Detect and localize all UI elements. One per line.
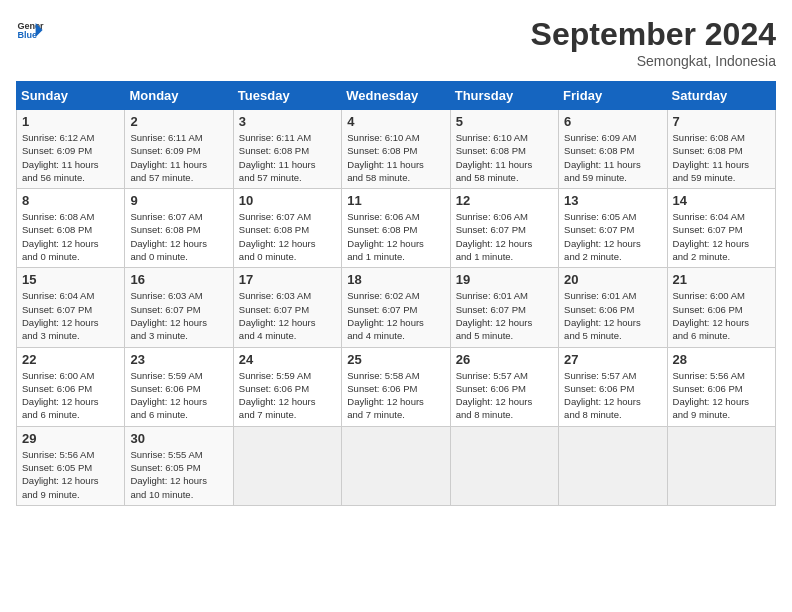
day-info: Sunrise: 6:01 AMSunset: 6:06 PMDaylight:… bbox=[564, 289, 661, 342]
day-number: 6 bbox=[564, 114, 661, 129]
day-number: 3 bbox=[239, 114, 336, 129]
day-number: 8 bbox=[22, 193, 119, 208]
table-row: 20Sunrise: 6:01 AMSunset: 6:06 PMDayligh… bbox=[559, 268, 667, 347]
table-row: 5Sunrise: 6:10 AMSunset: 6:08 PMDaylight… bbox=[450, 110, 558, 189]
empty-cell bbox=[342, 426, 450, 505]
day-number: 11 bbox=[347, 193, 444, 208]
day-number: 24 bbox=[239, 352, 336, 367]
day-info: Sunrise: 6:08 AMSunset: 6:08 PMDaylight:… bbox=[22, 210, 119, 263]
day-number: 16 bbox=[130, 272, 227, 287]
day-info: Sunrise: 6:02 AMSunset: 6:07 PMDaylight:… bbox=[347, 289, 444, 342]
day-info: Sunrise: 5:57 AMSunset: 6:06 PMDaylight:… bbox=[456, 369, 553, 422]
table-row: 7Sunrise: 6:08 AMSunset: 6:08 PMDaylight… bbox=[667, 110, 775, 189]
header-saturday: Saturday bbox=[667, 82, 775, 110]
empty-cell bbox=[450, 426, 558, 505]
day-info: Sunrise: 5:56 AMSunset: 6:06 PMDaylight:… bbox=[673, 369, 770, 422]
day-number: 29 bbox=[22, 431, 119, 446]
calendar-week-row: 8Sunrise: 6:08 AMSunset: 6:08 PMDaylight… bbox=[17, 189, 776, 268]
day-number: 28 bbox=[673, 352, 770, 367]
day-info: Sunrise: 6:07 AMSunset: 6:08 PMDaylight:… bbox=[239, 210, 336, 263]
table-row: 9Sunrise: 6:07 AMSunset: 6:08 PMDaylight… bbox=[125, 189, 233, 268]
table-row: 17Sunrise: 6:03 AMSunset: 6:07 PMDayligh… bbox=[233, 268, 341, 347]
calendar-table: Sunday Monday Tuesday Wednesday Thursday… bbox=[16, 81, 776, 506]
table-row: 2Sunrise: 6:11 AMSunset: 6:09 PMDaylight… bbox=[125, 110, 233, 189]
calendar-week-row: 22Sunrise: 6:00 AMSunset: 6:06 PMDayligh… bbox=[17, 347, 776, 426]
day-info: Sunrise: 6:10 AMSunset: 6:08 PMDaylight:… bbox=[456, 131, 553, 184]
table-row: 1Sunrise: 6:12 AMSunset: 6:09 PMDaylight… bbox=[17, 110, 125, 189]
table-row: 25Sunrise: 5:58 AMSunset: 6:06 PMDayligh… bbox=[342, 347, 450, 426]
table-row: 8Sunrise: 6:08 AMSunset: 6:08 PMDaylight… bbox=[17, 189, 125, 268]
calendar-week-row: 29Sunrise: 5:56 AMSunset: 6:05 PMDayligh… bbox=[17, 426, 776, 505]
day-info: Sunrise: 5:59 AMSunset: 6:06 PMDaylight:… bbox=[130, 369, 227, 422]
title-block: September 2024 Semongkat, Indonesia bbox=[531, 16, 776, 69]
day-info: Sunrise: 6:04 AMSunset: 6:07 PMDaylight:… bbox=[673, 210, 770, 263]
day-info: Sunrise: 6:03 AMSunset: 6:07 PMDaylight:… bbox=[130, 289, 227, 342]
table-row: 11Sunrise: 6:06 AMSunset: 6:08 PMDayligh… bbox=[342, 189, 450, 268]
day-number: 10 bbox=[239, 193, 336, 208]
day-info: Sunrise: 6:03 AMSunset: 6:07 PMDaylight:… bbox=[239, 289, 336, 342]
day-info: Sunrise: 6:06 AMSunset: 6:07 PMDaylight:… bbox=[456, 210, 553, 263]
day-info: Sunrise: 6:01 AMSunset: 6:07 PMDaylight:… bbox=[456, 289, 553, 342]
table-row: 28Sunrise: 5:56 AMSunset: 6:06 PMDayligh… bbox=[667, 347, 775, 426]
header-sunday: Sunday bbox=[17, 82, 125, 110]
table-row: 23Sunrise: 5:59 AMSunset: 6:06 PMDayligh… bbox=[125, 347, 233, 426]
day-number: 4 bbox=[347, 114, 444, 129]
table-row: 30Sunrise: 5:55 AMSunset: 6:05 PMDayligh… bbox=[125, 426, 233, 505]
day-number: 15 bbox=[22, 272, 119, 287]
day-number: 17 bbox=[239, 272, 336, 287]
table-row: 13Sunrise: 6:05 AMSunset: 6:07 PMDayligh… bbox=[559, 189, 667, 268]
table-row: 18Sunrise: 6:02 AMSunset: 6:07 PMDayligh… bbox=[342, 268, 450, 347]
day-info: Sunrise: 6:09 AMSunset: 6:08 PMDaylight:… bbox=[564, 131, 661, 184]
day-info: Sunrise: 6:07 AMSunset: 6:08 PMDaylight:… bbox=[130, 210, 227, 263]
day-info: Sunrise: 6:11 AMSunset: 6:09 PMDaylight:… bbox=[130, 131, 227, 184]
table-row: 27Sunrise: 5:57 AMSunset: 6:06 PMDayligh… bbox=[559, 347, 667, 426]
table-row: 10Sunrise: 6:07 AMSunset: 6:08 PMDayligh… bbox=[233, 189, 341, 268]
header-friday: Friday bbox=[559, 82, 667, 110]
location-subtitle: Semongkat, Indonesia bbox=[531, 53, 776, 69]
day-info: Sunrise: 6:00 AMSunset: 6:06 PMDaylight:… bbox=[673, 289, 770, 342]
day-info: Sunrise: 5:56 AMSunset: 6:05 PMDaylight:… bbox=[22, 448, 119, 501]
day-number: 18 bbox=[347, 272, 444, 287]
header-wednesday: Wednesday bbox=[342, 82, 450, 110]
header-tuesday: Tuesday bbox=[233, 82, 341, 110]
table-row: 24Sunrise: 5:59 AMSunset: 6:06 PMDayligh… bbox=[233, 347, 341, 426]
day-number: 14 bbox=[673, 193, 770, 208]
table-row: 22Sunrise: 6:00 AMSunset: 6:06 PMDayligh… bbox=[17, 347, 125, 426]
table-row: 16Sunrise: 6:03 AMSunset: 6:07 PMDayligh… bbox=[125, 268, 233, 347]
day-number: 21 bbox=[673, 272, 770, 287]
day-number: 7 bbox=[673, 114, 770, 129]
day-number: 20 bbox=[564, 272, 661, 287]
table-row: 26Sunrise: 5:57 AMSunset: 6:06 PMDayligh… bbox=[450, 347, 558, 426]
day-info: Sunrise: 6:10 AMSunset: 6:08 PMDaylight:… bbox=[347, 131, 444, 184]
day-info: Sunrise: 6:04 AMSunset: 6:07 PMDaylight:… bbox=[22, 289, 119, 342]
table-row: 14Sunrise: 6:04 AMSunset: 6:07 PMDayligh… bbox=[667, 189, 775, 268]
day-number: 9 bbox=[130, 193, 227, 208]
day-number: 5 bbox=[456, 114, 553, 129]
logo-icon: General Blue bbox=[16, 16, 44, 44]
day-info: Sunrise: 5:58 AMSunset: 6:06 PMDaylight:… bbox=[347, 369, 444, 422]
day-number: 27 bbox=[564, 352, 661, 367]
day-info: Sunrise: 6:06 AMSunset: 6:08 PMDaylight:… bbox=[347, 210, 444, 263]
svg-text:Blue: Blue bbox=[17, 30, 37, 40]
day-info: Sunrise: 5:59 AMSunset: 6:06 PMDaylight:… bbox=[239, 369, 336, 422]
empty-cell bbox=[559, 426, 667, 505]
day-info: Sunrise: 6:00 AMSunset: 6:06 PMDaylight:… bbox=[22, 369, 119, 422]
table-row: 3Sunrise: 6:11 AMSunset: 6:08 PMDaylight… bbox=[233, 110, 341, 189]
day-info: Sunrise: 6:08 AMSunset: 6:08 PMDaylight:… bbox=[673, 131, 770, 184]
table-row: 12Sunrise: 6:06 AMSunset: 6:07 PMDayligh… bbox=[450, 189, 558, 268]
day-info: Sunrise: 6:12 AMSunset: 6:09 PMDaylight:… bbox=[22, 131, 119, 184]
day-number: 12 bbox=[456, 193, 553, 208]
table-row: 6Sunrise: 6:09 AMSunset: 6:08 PMDaylight… bbox=[559, 110, 667, 189]
day-number: 2 bbox=[130, 114, 227, 129]
day-number: 26 bbox=[456, 352, 553, 367]
day-info: Sunrise: 6:05 AMSunset: 6:07 PMDaylight:… bbox=[564, 210, 661, 263]
day-info: Sunrise: 5:55 AMSunset: 6:05 PMDaylight:… bbox=[130, 448, 227, 501]
day-number: 25 bbox=[347, 352, 444, 367]
day-number: 23 bbox=[130, 352, 227, 367]
header-monday: Monday bbox=[125, 82, 233, 110]
day-number: 19 bbox=[456, 272, 553, 287]
day-info: Sunrise: 5:57 AMSunset: 6:06 PMDaylight:… bbox=[564, 369, 661, 422]
empty-cell bbox=[667, 426, 775, 505]
month-title: September 2024 bbox=[531, 16, 776, 53]
table-row: 4Sunrise: 6:10 AMSunset: 6:08 PMDaylight… bbox=[342, 110, 450, 189]
